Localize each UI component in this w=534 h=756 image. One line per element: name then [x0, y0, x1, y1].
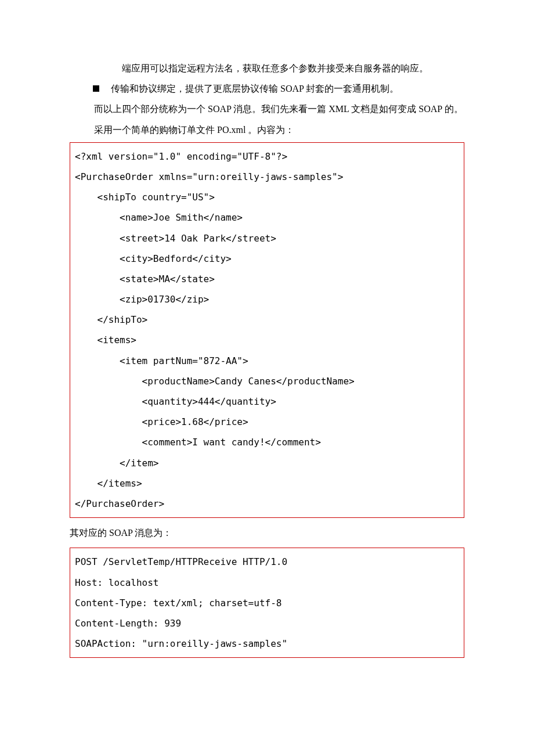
- soap-code-block: POST /ServletTemp/HTTPReceive HTTP/1.0 H…: [70, 548, 464, 658]
- xml-code-block: <?xml version="1.0" encoding="UTF-8"?> <…: [70, 142, 464, 518]
- bullet-item: 传输和协议绑定，提供了更底层协议传输 SOAP 封套的一套通用机制。: [70, 78, 464, 99]
- intro-continuation: 端应用可以指定远程方法名，获取任意多个参数并接受来自服务器的响应。: [70, 58, 464, 78]
- caption-between: 其对应的 SOAP 消息为：: [70, 520, 464, 545]
- intro-paragraph-text: 而以上四个部分统称为一个 SOAP 消息。我们先来看一篇 XML 文档是如何变成…: [94, 104, 463, 134]
- square-bullet-icon: [93, 85, 99, 92]
- bullet-text: 传输和协议绑定，提供了更底层协议传输 SOAP 封套的一套通用机制。: [111, 78, 399, 99]
- intro-paragraph: 而以上四个部分统称为一个 SOAP 消息。我们先来看一篇 XML 文档是如何变成…: [70, 99, 464, 139]
